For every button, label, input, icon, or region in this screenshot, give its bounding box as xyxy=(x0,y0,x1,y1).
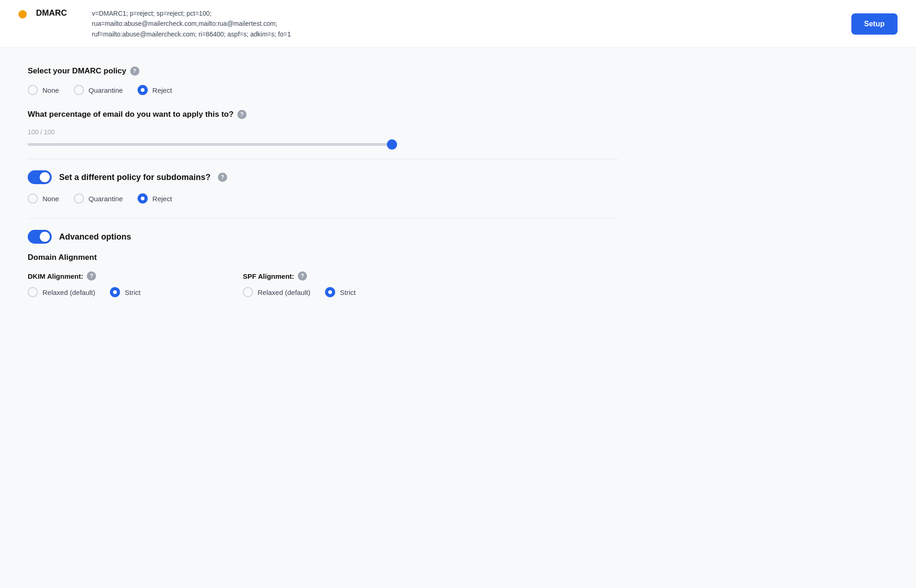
subdomain-quarantine-radio[interactable] xyxy=(74,193,84,204)
subdomain-none-label: None xyxy=(42,195,59,203)
header: DMARC v=DMARC1; p=reject; sp=reject; pct… xyxy=(0,0,916,48)
dkim-strict-radio[interactable] xyxy=(110,287,120,297)
dkim-alignment-col: DKIM Alignment: ? Relaxed (default) Stri… xyxy=(28,271,228,297)
subdomain-reject-radio[interactable] xyxy=(138,193,148,204)
main-content: Select your DMARC policy ? None Quaranti… xyxy=(0,48,646,330)
spf-strict-radio[interactable] xyxy=(325,287,335,297)
dmarc-policy-none-label: None xyxy=(42,86,59,94)
percentage-help-icon[interactable]: ? xyxy=(237,110,247,119)
alignment-grid: DKIM Alignment: ? Relaxed (default) Stri… xyxy=(28,271,443,297)
header-record: v=DMARC1; p=reject; sp=reject; pct=100; … xyxy=(92,8,291,39)
header-left: DMARC v=DMARC1; p=reject; sp=reject; pct… xyxy=(18,8,291,39)
dmarc-policy-quarantine-radio[interactable] xyxy=(74,85,84,95)
status-dot xyxy=(18,10,27,18)
subdomain-quarantine[interactable]: Quarantine xyxy=(74,193,123,204)
subdomain-none-radio[interactable] xyxy=(28,193,38,204)
subdomain-policy-options: None Quarantine Reject xyxy=(28,193,619,204)
slider-value-display: 100 / 100 xyxy=(28,128,619,136)
dmarc-policy-quarantine[interactable]: Quarantine xyxy=(74,85,123,95)
subdomain-policy-section: Set a different policy for subdomains? ?… xyxy=(28,170,619,204)
subdomain-toggle-row: Set a different policy for subdomains? ? xyxy=(28,170,619,184)
dkim-relaxed[interactable]: Relaxed (default) xyxy=(28,287,95,297)
spf-alignment-col: SPF Alignment: ? Relaxed (default) Stric… xyxy=(243,271,443,297)
dkim-relaxed-label: Relaxed (default) xyxy=(42,288,95,296)
dmarc-policy-reject[interactable]: Reject xyxy=(138,85,172,95)
spf-strict[interactable]: Strict xyxy=(325,287,356,297)
dkim-relaxed-radio[interactable] xyxy=(28,287,38,297)
advanced-options-toggle[interactable] xyxy=(28,230,52,244)
dkim-options: Relaxed (default) Strict xyxy=(28,287,228,297)
domain-alignment-block: Domain Alignment DKIM Alignment: ? Relax… xyxy=(28,253,619,297)
subdomain-help-icon[interactable]: ? xyxy=(218,173,227,182)
dmarc-policy-label: Select your DMARC policy ? xyxy=(28,66,619,76)
divider-2 xyxy=(28,218,619,219)
spf-relaxed[interactable]: Relaxed (default) xyxy=(243,287,310,297)
dmarc-policy-options: None Quarantine Reject xyxy=(28,85,619,95)
advanced-options-toggle-row: Advanced options xyxy=(28,230,619,244)
dkim-help-icon[interactable]: ? xyxy=(87,271,96,281)
spf-relaxed-radio[interactable] xyxy=(243,287,253,297)
record-line3: ruf=mailto:abuse@mailercheck.com; ri=864… xyxy=(92,29,291,39)
subdomain-toggle-label: Set a different policy for subdomains? xyxy=(59,173,211,182)
subdomain-reject[interactable]: Reject xyxy=(138,193,172,204)
dmarc-policy-none[interactable]: None xyxy=(28,85,59,95)
dkim-alignment-label: DKIM Alignment: ? xyxy=(28,271,228,281)
spf-help-icon[interactable]: ? xyxy=(298,271,307,281)
domain-alignment-title: Domain Alignment xyxy=(28,253,619,262)
dmarc-policy-quarantine-label: Quarantine xyxy=(89,86,123,94)
advanced-options-section: Advanced options Domain Alignment DKIM A… xyxy=(28,230,619,297)
dkim-strict[interactable]: Strict xyxy=(110,287,140,297)
header-title: DMARC xyxy=(36,8,67,18)
spf-options: Relaxed (default) Strict xyxy=(243,287,443,297)
spf-relaxed-label: Relaxed (default) xyxy=(258,288,310,296)
dmarc-policy-reject-radio[interactable] xyxy=(138,85,148,95)
setup-button[interactable]: Setup xyxy=(851,13,898,35)
subdomain-none[interactable]: None xyxy=(28,193,59,204)
spf-strict-label: Strict xyxy=(340,288,356,296)
dkim-strict-label: Strict xyxy=(125,288,140,296)
record-line2: rua=mailto:abuse@mailercheck.com,mailto:… xyxy=(92,18,291,29)
divider-1 xyxy=(28,159,619,159)
advanced-options-label: Advanced options xyxy=(59,232,131,242)
spf-alignment-label: SPF Alignment: ? xyxy=(243,271,443,281)
percentage-slider[interactable] xyxy=(28,143,397,146)
dmarc-policy-none-radio[interactable] xyxy=(28,85,38,95)
dmarc-policy-reject-label: Reject xyxy=(152,86,172,94)
dmarc-policy-help-icon[interactable]: ? xyxy=(130,66,139,76)
subdomain-reject-label: Reject xyxy=(152,195,172,203)
percentage-label: What percentage of email do you want to … xyxy=(28,110,619,119)
record-line1: v=DMARC1; p=reject; sp=reject; pct=100; xyxy=(92,8,291,18)
percentage-section: What percentage of email do you want to … xyxy=(28,110,619,148)
slider-container xyxy=(28,139,397,148)
subdomain-toggle[interactable] xyxy=(28,170,52,184)
subdomain-quarantine-label: Quarantine xyxy=(89,195,123,203)
dmarc-policy-section: Select your DMARC policy ? None Quaranti… xyxy=(28,66,619,95)
